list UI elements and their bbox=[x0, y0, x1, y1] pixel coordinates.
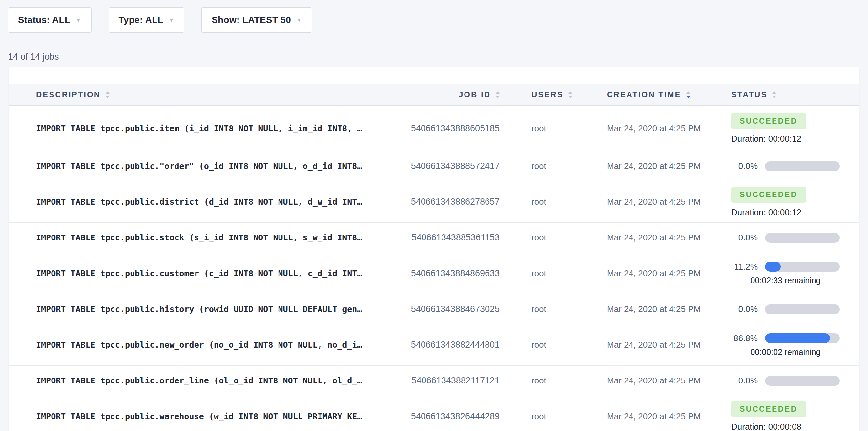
jobs-table-body: IMPORT TABLE tpcc.public.item (i_id INT8… bbox=[8, 106, 860, 431]
job-id-link[interactable]: 540661343886278657 bbox=[402, 197, 500, 207]
progress-line: 0.0% bbox=[731, 161, 840, 171]
job-id-link[interactable]: 540661343888572417 bbox=[402, 161, 500, 171]
chevron-down-icon: ▼ bbox=[168, 18, 174, 23]
job-id-link[interactable]: 540661343885361153 bbox=[402, 233, 500, 243]
chevron-down-icon: ▼ bbox=[75, 18, 81, 23]
job-description: IMPORT TABLE tpcc.public.district (d_id … bbox=[8, 197, 402, 207]
status-badge: SUCCEEDED bbox=[731, 401, 806, 417]
job-status-cell: SUCCEEDEDDuration: 00:00:12 bbox=[723, 187, 860, 217]
table-row: IMPORT TABLE tpcc.public.district (d_id … bbox=[8, 181, 860, 223]
job-id-link[interactable]: 540661343884673025 bbox=[402, 304, 500, 314]
job-description: IMPORT TABLE tpcc.public.stock (s_i_id I… bbox=[8, 233, 402, 242]
job-status-cell: 0.0% bbox=[723, 376, 860, 386]
column-header-creation-time[interactable]: CREATION TIME bbox=[607, 90, 723, 99]
status-badge: SUCCEEDED bbox=[731, 113, 806, 129]
job-description: IMPORT TABLE tpcc.public.customer (c_id … bbox=[8, 269, 402, 278]
job-status-cell: 86.8%00:00:02 remaining bbox=[723, 333, 860, 357]
chevron-down-icon: ▼ bbox=[296, 18, 302, 23]
job-status-cell: 0.0% bbox=[723, 161, 860, 171]
status-filter-dropdown[interactable]: Status: ALL ▼ bbox=[8, 7, 92, 33]
progress-line: 11.2% bbox=[731, 262, 840, 272]
progress-time-remaining: 00:02:33 remaining bbox=[731, 276, 840, 285]
progress-percent: 11.2% bbox=[731, 262, 758, 272]
sort-asc-icon bbox=[105, 91, 110, 94]
column-header-label: STATUS bbox=[731, 90, 767, 99]
job-progress: 86.8%00:00:02 remaining bbox=[731, 333, 840, 357]
progress-line: 0.0% bbox=[731, 304, 840, 314]
show-filter-dropdown[interactable]: Show: LATEST 50 ▼ bbox=[202, 7, 312, 33]
job-progress: 11.2%00:02:33 remaining bbox=[731, 262, 840, 285]
sort-arrows-icon bbox=[496, 91, 500, 98]
show-filter-label: Show: LATEST 50 bbox=[212, 15, 291, 25]
sort-arrows-icon bbox=[772, 91, 776, 98]
type-filter-label: Type: ALL bbox=[119, 15, 163, 25]
progress-time-remaining: 00:00:02 remaining bbox=[731, 347, 840, 357]
job-user: root bbox=[500, 197, 607, 207]
job-user: root bbox=[500, 376, 607, 386]
job-description: IMPORT TABLE tpcc.public.warehouse (w_id… bbox=[8, 412, 402, 421]
job-progress: 0.0% bbox=[731, 304, 840, 314]
job-status-cell: 11.2%00:02:33 remaining bbox=[723, 262, 860, 285]
job-user: root bbox=[500, 411, 607, 422]
job-user: root bbox=[500, 268, 607, 278]
sort-asc-icon bbox=[568, 91, 572, 94]
jobs-count-summary: 14 of 14 jobs bbox=[8, 52, 59, 62]
table-row: IMPORT TABLE tpcc.public.item (i_id INT8… bbox=[8, 106, 860, 151]
job-status-cell: SUCCEEDEDDuration: 00:00:12 bbox=[723, 113, 860, 144]
column-header-job-id[interactable]: JOB ID bbox=[402, 90, 500, 99]
type-filter-dropdown[interactable]: Type: ALL ▼ bbox=[108, 7, 185, 33]
progress-percent: 0.0% bbox=[731, 304, 758, 314]
sort-desc-icon bbox=[686, 96, 690, 98]
jobs-table-header-row: DESCRIPTIONJOB IDUSERSCREATION TIMESTATU… bbox=[8, 84, 860, 106]
column-header-label: JOB ID bbox=[459, 90, 491, 99]
progress-bar bbox=[765, 376, 840, 386]
sort-arrows-icon bbox=[686, 91, 690, 98]
job-description: IMPORT TABLE tpcc.public.order_line (ol_… bbox=[8, 376, 402, 386]
sort-arrows-icon bbox=[105, 91, 110, 98]
sort-desc-icon bbox=[105, 96, 110, 98]
job-creation-time: Mar 24, 2020 at 4:25 PM bbox=[607, 233, 723, 243]
sort-desc-icon bbox=[496, 96, 500, 98]
job-user: root bbox=[500, 161, 607, 171]
job-status-cell: 0.0% bbox=[723, 304, 860, 314]
job-creation-time: Mar 24, 2020 at 4:25 PM bbox=[607, 304, 723, 314]
job-user: root bbox=[500, 340, 607, 350]
progress-line: 86.8% bbox=[731, 333, 840, 343]
progress-bar bbox=[765, 233, 840, 243]
progress-line: 0.0% bbox=[731, 376, 840, 386]
sort-desc-icon bbox=[568, 96, 572, 98]
progress-bar-fill bbox=[765, 333, 830, 343]
job-status-cell: SUCCEEDEDDuration: 00:00:08 bbox=[723, 401, 860, 431]
table-row: IMPORT TABLE tpcc.public.warehouse (w_id… bbox=[8, 396, 860, 431]
job-creation-time: Mar 24, 2020 at 4:25 PM bbox=[607, 197, 723, 207]
job-creation-time: Mar 24, 2020 at 4:25 PM bbox=[607, 376, 723, 386]
job-id-link[interactable]: 540661343882117121 bbox=[402, 376, 500, 386]
job-progress: 0.0% bbox=[731, 233, 840, 243]
column-header-users[interactable]: USERS bbox=[500, 90, 607, 99]
progress-percent: 86.8% bbox=[731, 333, 758, 343]
status-filter-label: Status: ALL bbox=[18, 15, 70, 25]
sort-arrows-icon bbox=[568, 91, 572, 98]
job-id-link[interactable]: 540661343884869633 bbox=[402, 268, 500, 278]
job-progress: 0.0% bbox=[731, 161, 840, 171]
job-id-link[interactable]: 540661343826444289 bbox=[402, 411, 500, 422]
progress-bar bbox=[765, 161, 840, 171]
job-creation-time: Mar 24, 2020 at 4:25 PM bbox=[607, 411, 723, 422]
sort-desc-icon bbox=[772, 96, 776, 98]
job-creation-time: Mar 24, 2020 at 4:25 PM bbox=[607, 268, 723, 278]
job-id-link[interactable]: 540661343888605185 bbox=[402, 123, 500, 133]
job-creation-time: Mar 24, 2020 at 4:25 PM bbox=[607, 161, 723, 171]
sort-asc-icon bbox=[496, 91, 500, 94]
job-description: IMPORT TABLE tpcc.public.item (i_id INT8… bbox=[8, 124, 402, 133]
job-id-link[interactable]: 540661343882444801 bbox=[402, 340, 500, 350]
job-user: root bbox=[500, 233, 607, 243]
progress-bar bbox=[765, 262, 840, 272]
job-duration: Duration: 00:00:12 bbox=[731, 134, 860, 144]
job-creation-time: Mar 24, 2020 at 4:25 PM bbox=[607, 340, 723, 350]
table-row: IMPORT TABLE tpcc.public."order" (o_id I… bbox=[8, 151, 860, 181]
column-header-status[interactable]: STATUS bbox=[723, 90, 860, 99]
job-description: IMPORT TABLE tpcc.public.new_order (no_o… bbox=[8, 340, 402, 350]
column-header-label: USERS bbox=[531, 90, 564, 99]
column-header-description[interactable]: DESCRIPTION bbox=[8, 90, 402, 99]
job-duration: Duration: 00:00:12 bbox=[731, 207, 860, 217]
